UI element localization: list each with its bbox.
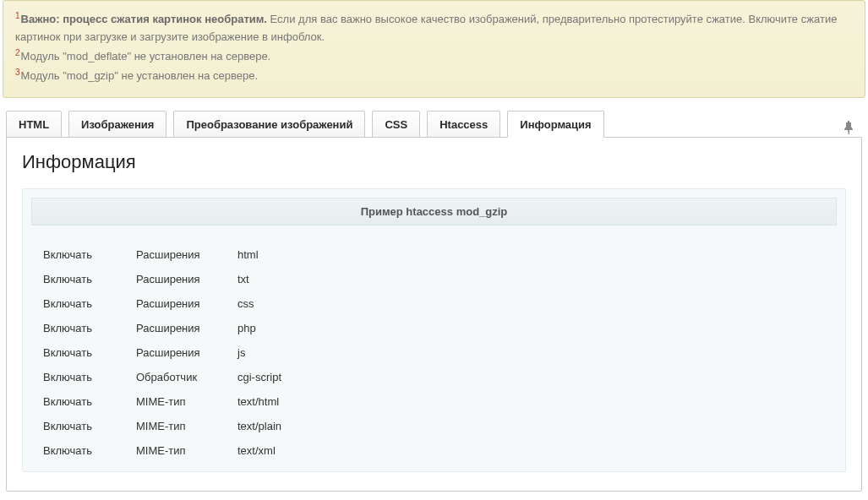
notice-strong: Важно: процесс сжатия картинок необратим… <box>21 13 267 25</box>
tab-label: Информация <box>520 118 591 131</box>
notice-text: Модуль "mod_deflate" не установлен на се… <box>21 50 271 62</box>
table-row: Включать Расширения css <box>43 291 825 316</box>
notice-text: Модуль "mod_gzip" не установлен на серве… <box>21 69 258 82</box>
table-row: Включать MIME-тип text/plain <box>43 414 825 438</box>
cell-include: Включать <box>43 444 136 457</box>
cell-include: Включать <box>43 322 136 334</box>
cell-include: Включать <box>43 248 136 261</box>
table-row: Включать Расширения txt <box>43 267 825 291</box>
notice-line: 3Модуль "mod_gzip" не установлен на серв… <box>15 66 853 85</box>
cell-type: MIME-тип <box>136 420 237 432</box>
cell-include: Включать <box>43 395 136 408</box>
cell-type: Расширения <box>136 248 237 261</box>
cell-value: cgi-script <box>237 371 825 383</box>
block-header: Пример htaccess mod_gzip <box>31 198 837 226</box>
table-row: Включать MIME-тип text/xml <box>43 438 825 463</box>
tab-images[interactable]: Изображения <box>68 111 167 138</box>
config-grid: Включать Расширения html Включать Расшир… <box>23 237 845 463</box>
cell-type: Расширения <box>136 346 237 359</box>
cell-type: MIME-тип <box>136 395 237 408</box>
notice-index: 3 <box>15 68 20 77</box>
cell-include: Включать <box>43 346 136 359</box>
tab-row: HTML Изображения Преобразование изображе… <box>3 106 865 137</box>
cell-type: MIME-тип <box>136 444 237 457</box>
notice-line: 1Важно: процесс сжатия картинок необрати… <box>15 9 853 46</box>
tab-label: HTML <box>19 118 49 131</box>
warning-notice: 1Важно: процесс сжатия картинок необрати… <box>3 0 865 98</box>
cell-value: text/html <box>237 395 825 408</box>
table-row: Включать Обработчик cgi-script <box>43 365 825 389</box>
cell-value: text/plain <box>237 420 825 432</box>
cell-type: Расширения <box>136 322 237 334</box>
tab-label: Преобразование изображений <box>186 118 352 131</box>
cell-value: php <box>237 322 825 334</box>
cell-include: Включать <box>43 273 136 285</box>
pin-button[interactable] <box>843 116 862 137</box>
cell-include: Включать <box>43 420 136 432</box>
table-row: Включать Расширения php <box>43 316 825 340</box>
pin-icon <box>843 124 854 137</box>
tab-css[interactable]: CSS <box>372 111 420 138</box>
htaccess-example-block: Пример htaccess mod_gzip Включать Расшир… <box>22 188 846 472</box>
table-row: Включать MIME-тип text/html <box>43 389 825 414</box>
cell-include: Включать <box>43 371 136 383</box>
cell-value: js <box>237 346 825 359</box>
notice-index: 2 <box>15 48 20 57</box>
content-panel: Информация Пример htaccess mod_gzip Вклю… <box>6 137 862 492</box>
cell-include: Включать <box>43 297 136 310</box>
tab-htaccess[interactable]: Htaccess <box>427 111 500 138</box>
panel-title: Информация <box>22 151 846 173</box>
tab-label: Изображения <box>81 118 154 131</box>
tab-label: Htaccess <box>439 118 488 131</box>
cell-value: txt <box>237 273 825 285</box>
notice-index: 1 <box>15 11 20 20</box>
cell-value: css <box>237 297 825 310</box>
cell-type: Расширения <box>136 273 237 285</box>
tab-html[interactable]: HTML <box>6 111 62 138</box>
table-row: Включать Расширения html <box>43 242 825 267</box>
cell-value: html <box>237 248 825 261</box>
table-row: Включать Расширения js <box>43 340 825 365</box>
tab-image-transform[interactable]: Преобразование изображений <box>173 111 365 138</box>
cell-type: Расширения <box>136 297 237 310</box>
notice-line: 2Модуль "mod_deflate" не установлен на с… <box>15 46 853 66</box>
cell-type: Обработчик <box>136 371 237 383</box>
tab-label: CSS <box>385 118 407 131</box>
cell-value: text/xml <box>237 444 825 457</box>
tab-information[interactable]: Информация <box>507 111 603 138</box>
